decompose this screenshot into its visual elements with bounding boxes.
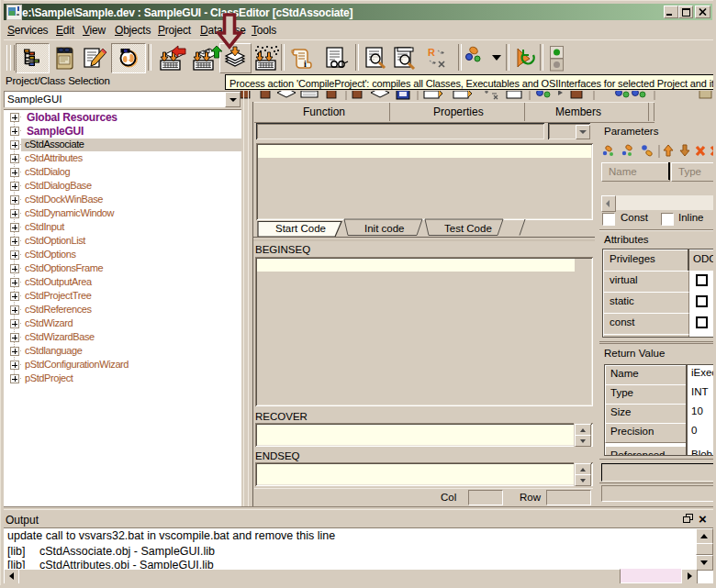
svg-text:i: i: [304, 59, 307, 69]
svg-text:o: o: [291, 48, 295, 54]
svg-text:R: R: [428, 47, 435, 58]
